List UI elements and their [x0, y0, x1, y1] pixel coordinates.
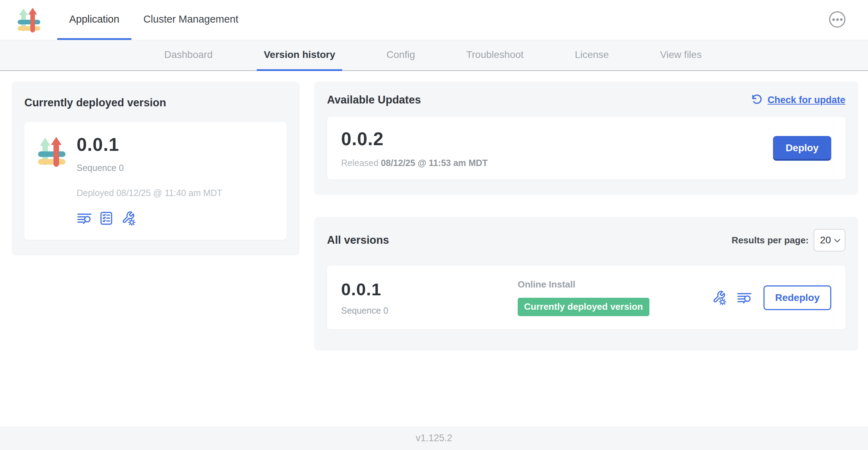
all-versions-head: All versions Results per page: 20	[327, 229, 845, 251]
tab-view-files[interactable]: View files	[653, 40, 709, 71]
tab-config-label: Config	[386, 49, 415, 60]
tab-cluster-management[interactable]: Cluster Management	[131, 0, 250, 40]
subnav: Dashboard Version history Config Trouble…	[0, 40, 868, 71]
tab-license-label: License	[575, 49, 609, 60]
preflight-checks-icon[interactable]	[99, 211, 113, 225]
check-for-update-link[interactable]: Check for update	[751, 94, 845, 106]
version-row: 0.0.1 Sequence 0 Online Install Currentl…	[327, 266, 845, 330]
released-label: Released	[341, 158, 379, 168]
deployed-panel: Currently deployed version	[12, 82, 299, 255]
update-card: 0.0.2 Released 08/12/25 @ 11:53 am MDT D…	[327, 117, 845, 179]
row-version-number: 0.0.1	[341, 279, 518, 299]
console-version: v1.125.2	[416, 433, 452, 444]
header-tabs: Application Cluster Management	[57, 0, 250, 40]
results-per-page: Results per page: 20	[732, 229, 845, 251]
tab-version-history-label: Version history	[264, 49, 335, 60]
right-column: Available Updates Check for update	[314, 82, 858, 351]
app-header: Application Cluster Management	[0, 0, 868, 40]
footer: v1.125.2	[0, 426, 868, 450]
edit-config-icon[interactable]	[711, 290, 727, 305]
available-updates-head: Available Updates Check for update	[327, 94, 845, 106]
dots-menu-icon[interactable]	[829, 11, 845, 28]
deployed-version-number: 0.0.1	[77, 134, 222, 155]
tab-dashboard-label: Dashboard	[164, 49, 213, 60]
version-row-info: 0.0.1 Sequence 0	[341, 279, 518, 316]
version-row-actions: Redeploy	[711, 285, 831, 310]
app-logo-arrows-icon	[16, 7, 43, 34]
edit-config-icon[interactable]	[120, 211, 136, 226]
deploy-button[interactable]: Deploy	[773, 136, 831, 161]
header-spacer	[250, 0, 829, 40]
tab-application[interactable]: Application	[57, 0, 131, 40]
deployed-version-card: 0.0.1 Sequence 0 Deployed 08/12/25 @ 11:…	[24, 122, 287, 240]
tab-version-history[interactable]: Version history	[257, 40, 342, 71]
deployed-actions	[77, 211, 222, 226]
tab-application-label: Application	[69, 13, 119, 25]
all-versions-panel: All versions Results per page: 20 0.0	[314, 217, 858, 351]
tab-troubleshoot[interactable]: Troubleshoot	[459, 40, 530, 71]
results-per-page-label: Results per page:	[732, 235, 809, 246]
released-date: 08/12/25 @ 11:53 am MDT	[381, 158, 488, 168]
refresh-icon	[751, 94, 763, 106]
row-sequence: Sequence 0	[341, 306, 518, 316]
deployed-sequence: Sequence 0	[77, 163, 222, 173]
tab-dashboard[interactable]: Dashboard	[157, 40, 220, 71]
version-row-status: Online Install Currently deployed versio…	[518, 279, 711, 316]
tab-view-files-label: View files	[660, 49, 702, 60]
deployed-date: Deployed 08/12/25 @ 11:40 am MDT	[77, 188, 222, 198]
redeploy-button[interactable]: Redeploy	[763, 285, 831, 310]
release-notes-diff-icon[interactable]	[737, 291, 752, 305]
deployed-column: Currently deployed version	[12, 82, 299, 255]
tab-config[interactable]: Config	[379, 40, 422, 71]
install-type: Online Install	[518, 279, 711, 290]
check-for-update-label: Check for update	[767, 95, 845, 106]
chevron-down-icon	[833, 238, 841, 244]
currently-deployed-badge: Currently deployed version	[518, 298, 649, 316]
deployed-version-info: 0.0.1 Sequence 0 Deployed 08/12/25 @ 11:…	[77, 134, 222, 226]
update-info: 0.0.2 Released 08/12/25 @ 11:53 am MDT	[341, 128, 488, 168]
app-logo-arrows-icon	[36, 136, 69, 168]
results-per-page-select[interactable]: 20	[814, 229, 845, 251]
tab-troubleshoot-label: Troubleshoot	[466, 49, 523, 60]
release-notes-diff-icon[interactable]	[77, 211, 92, 225]
update-version-number: 0.0.2	[341, 128, 488, 149]
deployed-panel-title: Currently deployed version	[24, 96, 287, 109]
update-released-line: Released 08/12/25 @ 11:53 am MDT	[341, 158, 488, 168]
results-per-page-value: 20	[820, 235, 831, 246]
available-updates-panel: Available Updates Check for update	[314, 82, 858, 195]
main-content: Currently deployed version	[0, 71, 868, 405]
page: Application Cluster Management Dashboard…	[0, 0, 868, 450]
tab-cluster-management-label: Cluster Management	[143, 13, 238, 25]
all-versions-title: All versions	[327, 234, 389, 247]
tab-license[interactable]: License	[568, 40, 616, 71]
available-updates-title: Available Updates	[327, 94, 421, 106]
